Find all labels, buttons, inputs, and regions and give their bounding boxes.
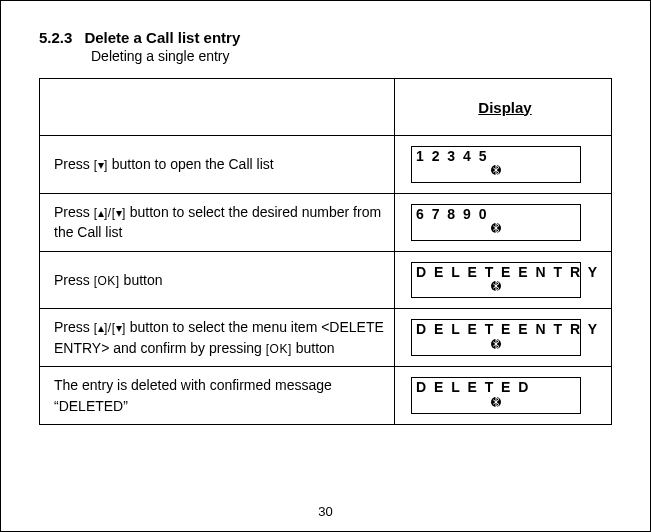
bluetooth-icon [491,338,501,350]
section-subtitle: Deleting a single entry [91,48,612,64]
instruction-cell: The entry is deleted with confirmed mess… [40,367,395,425]
lcd-line1: D E L E T E E N T R Y [416,322,576,337]
lcd-line2 [416,338,576,353]
table-header-blank [40,79,395,136]
display-cell: D E L E T E D [395,367,612,425]
section-title: Delete a Call list entry [84,29,240,46]
key-label: [▾] [94,158,108,172]
bluetooth-icon [491,164,501,176]
table-header-display: Display [395,79,612,136]
key-label: [OK] [94,274,120,288]
key-label: [▴]/[▾] [94,321,126,335]
lcd-line2 [416,396,576,411]
table-row: Press [OK] buttonD E L E T E E N T R Y [40,251,612,309]
section-number: 5.2.3 [39,29,72,46]
table-row: Press [▴]/[▾] button to select the desir… [40,193,612,251]
lcd-line2 [416,222,576,237]
lcd-line1: D E L E T E D [416,380,576,395]
table-row: The entry is deleted with confirmed mess… [40,367,612,425]
section-heading: 5.2.3 Delete a Call list entry [39,29,612,46]
lcd-line1: 6 7 8 9 0 [416,207,576,222]
display-cell: 6 7 8 9 0 [395,193,612,251]
lcd-line2 [416,164,576,179]
display-cell: D E L E T E E N T R Y [395,251,612,309]
lcd-display: D E L E T E D [411,377,581,414]
lcd-line1: D E L E T E E N T R Y [416,265,576,280]
lcd-line1: 1 2 3 4 5 [416,149,576,164]
instruction-cell: Press [▴]/[▾] button to select the menu … [40,309,395,367]
instruction-cell: Press [OK] button [40,251,395,309]
manual-page: 5.2.3 Delete a Call list entry Deleting … [0,0,651,532]
bluetooth-icon [491,396,501,408]
instruction-cell: Press [▾] button to open the Call list [40,136,395,194]
display-cell: 1 2 3 4 5 [395,136,612,194]
bluetooth-icon [491,222,501,234]
key-label: [▴]/[▾] [94,206,126,220]
lcd-display: D E L E T E E N T R Y [411,319,581,356]
table-row: Press [▾] button to open the Call list1 … [40,136,612,194]
bluetooth-icon [491,280,501,292]
lcd-display: D E L E T E E N T R Y [411,262,581,299]
page-number: 30 [1,504,650,519]
procedure-table: Display Press [▾] button to open the Cal… [39,78,612,425]
table-row: Press [▴]/[▾] button to select the menu … [40,309,612,367]
lcd-display: 1 2 3 4 5 [411,146,581,183]
key-label: [OK] [266,342,292,356]
lcd-display: 6 7 8 9 0 [411,204,581,241]
display-cell: D E L E T E E N T R Y [395,309,612,367]
instruction-cell: Press [▴]/[▾] button to select the desir… [40,193,395,251]
lcd-line2 [416,280,576,295]
